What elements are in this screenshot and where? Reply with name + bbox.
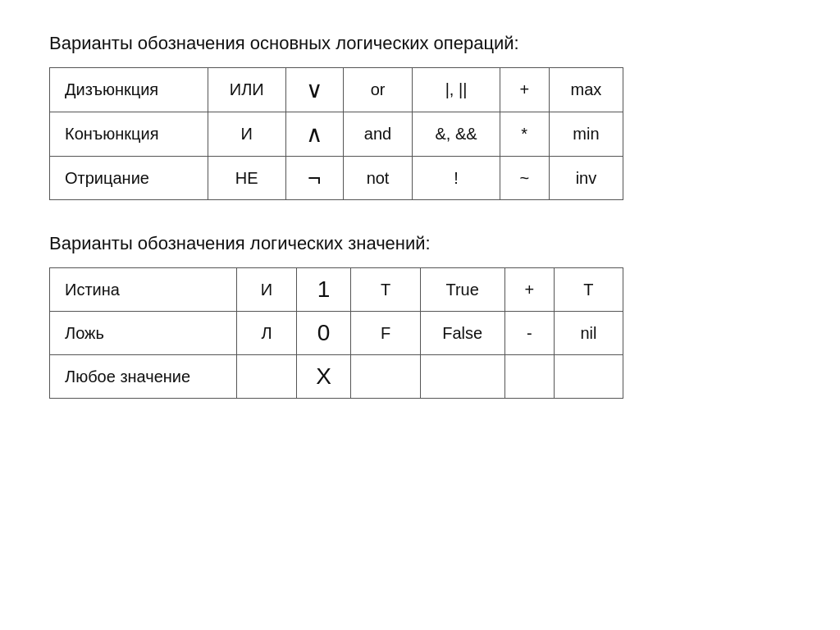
op-eng: and — [343, 112, 413, 157]
table-row: Ложь Л 0 F False - nil — [50, 312, 623, 355]
val-fn: nil — [554, 312, 623, 355]
table-row: Истина И 1 T True + T — [50, 268, 623, 312]
val-ru: Л — [237, 312, 296, 355]
val-ru: И — [237, 268, 296, 312]
op-ru: ИЛИ — [208, 68, 285, 112]
op-symbol: ¬ — [285, 157, 343, 200]
op-code: &, && — [413, 112, 500, 157]
val-fn — [554, 355, 623, 399]
section1-title: Варианты обозначения основных логических… — [49, 33, 791, 54]
op-math: * — [500, 112, 549, 157]
op-name: Конъюнкция — [50, 112, 208, 157]
op-name: Отрицание — [50, 157, 208, 200]
table-row: Любое значение X — [50, 355, 623, 399]
op-fn: min — [549, 112, 623, 157]
val-num: 1 — [296, 268, 351, 312]
op-eng: not — [343, 157, 413, 200]
op-math: + — [500, 68, 549, 112]
val-letter: F — [351, 312, 420, 355]
op-code: |, || — [413, 68, 500, 112]
val-ru — [237, 355, 296, 399]
val-name: Истина — [50, 268, 237, 312]
section2-title: Варианты обозначения логических значений… — [49, 233, 791, 254]
values-table: Истина И 1 T True + T Ложь Л 0 F False -… — [49, 267, 623, 399]
val-math: + — [504, 268, 554, 312]
val-word — [420, 355, 504, 399]
op-eng: or — [343, 68, 413, 112]
op-symbol: ∧ — [285, 112, 343, 157]
op-math: ~ — [500, 157, 549, 200]
table-row: Отрицание НЕ ¬ not ! ~ inv — [50, 157, 623, 200]
op-fn: inv — [549, 157, 623, 200]
op-name: Дизъюнкция — [50, 68, 208, 112]
val-name: Ложь — [50, 312, 237, 355]
table-row: Дизъюнкция ИЛИ ∨ or |, || + max — [50, 68, 623, 112]
op-code: ! — [413, 157, 500, 200]
op-ru: НЕ — [208, 157, 285, 200]
val-num: X — [296, 355, 351, 399]
val-word: False — [420, 312, 504, 355]
val-math: - — [504, 312, 554, 355]
operations-table: Дизъюнкция ИЛИ ∨ or |, || + max Конъюнкц… — [49, 67, 623, 200]
val-fn: T — [554, 268, 623, 312]
op-symbol: ∨ — [285, 68, 343, 112]
op-fn: max — [549, 68, 623, 112]
op-ru: И — [208, 112, 285, 157]
val-letter: T — [351, 268, 420, 312]
val-name: Любое значение — [50, 355, 237, 399]
val-math — [504, 355, 554, 399]
val-letter — [351, 355, 420, 399]
val-word: True — [420, 268, 504, 312]
table-row: Конъюнкция И ∧ and &, && * min — [50, 112, 623, 157]
val-num: 0 — [296, 312, 351, 355]
